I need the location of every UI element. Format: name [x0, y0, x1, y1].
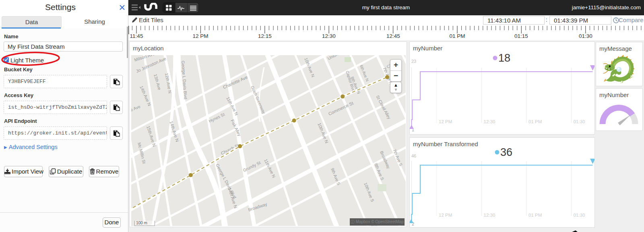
svg-text:01:30: 01:30 — [574, 119, 585, 124]
svg-text:46: 46 — [411, 153, 416, 158]
svg-text:01 PM: 01 PM — [528, 213, 542, 218]
svg-text:18: 18 — [498, 52, 510, 64]
svg-text:01:30: 01:30 — [574, 213, 585, 218]
svg-text:23: 23 — [411, 59, 416, 64]
svg-text:12:30: 12:30 — [484, 213, 495, 218]
svg-text:01 PM: 01 PM — [528, 119, 542, 124]
svg-text:36: 36 — [500, 146, 512, 158]
svg-text:12:30: 12:30 — [484, 119, 495, 124]
svg-text:12 PM: 12 PM — [439, 119, 452, 124]
svg-text:12 PM: 12 PM — [439, 213, 452, 218]
